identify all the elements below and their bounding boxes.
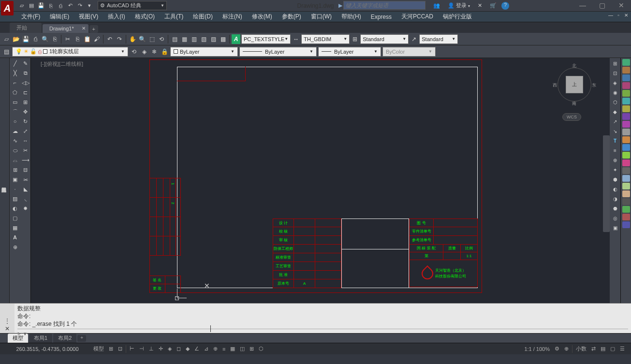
lineweight-combo[interactable]: ByLayer▼ <box>318 47 381 57</box>
otrack-icon[interactable]: ∠ <box>192 344 202 354</box>
block-icon[interactable]: ▣ <box>11 175 19 184</box>
zoom-icon[interactable]: 🔍 <box>138 34 147 44</box>
tool5-icon[interactable]: ⬡ <box>611 98 619 106</box>
scale-icon[interactable]: ⤢ <box>21 127 30 135</box>
extend-icon[interactable]: ⟶ <box>21 156 30 164</box>
menu-window[interactable]: 窗口(W) <box>306 11 337 22</box>
print-icon[interactable]: ⎙ <box>31 34 40 44</box>
lwt-icon[interactable]: ≡ <box>220 344 228 354</box>
add-scale-icon[interactable]: ⊕ <box>562 344 571 354</box>
menu-edit[interactable]: 编辑(E) <box>45 11 74 22</box>
palette-orange[interactable] <box>622 136 630 143</box>
break-icon[interactable]: ⊟ <box>21 165 30 174</box>
side-palette-handle[interactable]: 器械局部浏览图 <box>0 58 10 303</box>
snap-toggle-icon[interactable]: ⊡ <box>116 344 125 354</box>
palette-magenta[interactable] <box>622 121 630 128</box>
palette-dark[interactable] <box>622 167 630 174</box>
tool12-icon[interactable]: ⬢ <box>611 175 619 184</box>
props-icon[interactable]: ▤ <box>170 34 179 44</box>
mdi-minimize[interactable]: — <box>607 13 615 19</box>
rotate-icon[interactable]: ↻ <box>21 117 30 126</box>
tool17-icon[interactable]: ▣ <box>611 223 619 232</box>
pan-icon[interactable]: ✋ <box>128 34 137 44</box>
publish-icon[interactable]: ⎘ <box>50 34 59 44</box>
tool7-icon[interactable]: ↗ <box>611 117 619 126</box>
stretch-icon[interactable]: ↔ <box>21 136 30 145</box>
tool9-icon[interactable]: ≡ <box>611 146 619 155</box>
layermgr-icon[interactable]: ▤ <box>2 47 11 57</box>
paste-icon[interactable]: 📋 <box>83 34 91 44</box>
zoom-ext-icon[interactable]: ⊡ <box>611 69 619 77</box>
linetype-combo[interactable]: ByLayer▼ <box>239 47 317 57</box>
viewport-label[interactable]: [-][俯视][二维线框] <box>41 60 83 68</box>
scale-readout[interactable]: 1:1 / 100% <box>522 344 552 354</box>
pan-realtime-icon[interactable]: ⊞ <box>611 59 619 68</box>
tab-drawing1[interactable]: Drawing1*✕ <box>43 24 88 33</box>
viewcube-north[interactable]: 北 <box>572 63 576 69</box>
qa-caret-icon[interactable]: ▾ <box>85 1 94 10</box>
search-box[interactable]: ▶ <box>338 1 426 10</box>
palette-green2[interactable] <box>622 206 630 213</box>
qa-save-icon[interactable]: 💾 <box>37 1 45 10</box>
tab-close-icon[interactable]: ✕ <box>82 26 86 31</box>
tool8-icon[interactable]: ↘ <box>611 127 619 135</box>
menu-dim[interactable]: 标注(N) <box>218 11 247 22</box>
3dosnap-icon[interactable]: ◆ <box>183 344 192 354</box>
palette-lightgreen[interactable] <box>622 183 630 189</box>
menu-modify[interactable]: 修改(M) <box>247 11 277 22</box>
mirror-icon[interactable]: ◁▷ <box>21 78 30 87</box>
infer-icon[interactable]: ⊢ <box>127 344 137 354</box>
erase-icon[interactable]: ✎ <box>21 59 30 68</box>
copy-icon[interactable]: ⎘ <box>73 34 82 44</box>
tool-text-icon[interactable]: T <box>611 136 619 145</box>
point-icon[interactable]: · <box>11 185 19 193</box>
trim-icon[interactable]: ✂ <box>21 146 30 155</box>
textstyle-icon[interactable]: A <box>232 34 240 44</box>
cmd-close-icon[interactable]: ✕ <box>5 325 10 332</box>
layerprev-icon[interactable]: ⟲ <box>130 47 138 57</box>
palette-teal[interactable] <box>622 98 630 104</box>
wcs-badge[interactable]: WCS <box>562 113 581 121</box>
window-minimize[interactable]: — <box>573 0 592 11</box>
tool11-icon[interactable]: ✦ <box>611 165 619 174</box>
insert-icon[interactable]: ⊞ <box>11 165 19 174</box>
window-close[interactable]: ✕ <box>612 0 631 11</box>
markup-icon[interactable]: ▨ <box>209 34 218 44</box>
layerlock-icon[interactable]: 🔒 <box>160 47 169 57</box>
palette-green[interactable] <box>622 59 630 66</box>
tool6-icon[interactable]: ◆ <box>611 107 619 116</box>
layeriso-icon[interactable]: ◈ <box>140 47 148 57</box>
xline-icon[interactable]: ╳ <box>11 69 19 77</box>
workspace-switcher[interactable]: ⚙ AutoCAD 经典 ▼ <box>98 1 167 10</box>
qp-icon[interactable]: ◫ <box>237 344 247 354</box>
ortho-icon[interactable]: ⊥ <box>147 344 156 354</box>
tablestyle-icon[interactable]: ⊞ <box>351 34 359 44</box>
ellipse-icon[interactable]: ⬭ <box>11 146 19 155</box>
command-input[interactable]: >_▾ <box>17 329 628 337</box>
units-label[interactable]: 小数 <box>573 344 589 354</box>
move-icon[interactable]: ✥ <box>21 107 30 116</box>
palette-violet[interactable] <box>622 113 630 120</box>
dimstyle-icon[interactable]: ↔ <box>292 34 300 44</box>
viewcube-west[interactable]: 西 <box>553 82 557 88</box>
osnap-icon[interactable]: ◻ <box>174 344 183 354</box>
menu-help[interactable]: 帮助(H) <box>337 11 366 22</box>
menu-status-icon[interactable]: ☰ <box>617 344 627 354</box>
redo-icon[interactable]: ↷ <box>115 34 124 44</box>
dyn-input-icon[interactable]: ⊕ <box>211 344 220 354</box>
exchange-icon[interactable]: ✕ <box>475 1 485 10</box>
dsgnctr-icon[interactable]: ▦ <box>180 34 189 44</box>
offset-icon[interactable]: ⊏ <box>21 88 30 97</box>
tool15-icon[interactable]: ⬣ <box>611 204 619 213</box>
cmd-handle-icon[interactable]: ⋮ <box>4 318 10 324</box>
grid-toggle-icon[interactable]: ⊞ <box>106 344 116 354</box>
tool13-icon[interactable]: ◐ <box>611 185 619 193</box>
layerthaw-icon[interactable]: ❄ <box>150 47 159 57</box>
customize-icon[interactable]: ▤ <box>598 344 608 354</box>
palette-slate[interactable] <box>622 198 630 205</box>
layer-combo[interactable]: 💡 ☀ 🔓 ⎙ 1轮廓实线层 ▼ <box>12 47 128 57</box>
viewcube[interactable]: 上 北 南 西 东 WCS <box>553 63 596 121</box>
palette-purple[interactable] <box>622 82 630 89</box>
dimstyle-combo[interactable]: TH_GBDIM▼ <box>301 34 350 44</box>
palette-lime[interactable] <box>622 152 630 159</box>
